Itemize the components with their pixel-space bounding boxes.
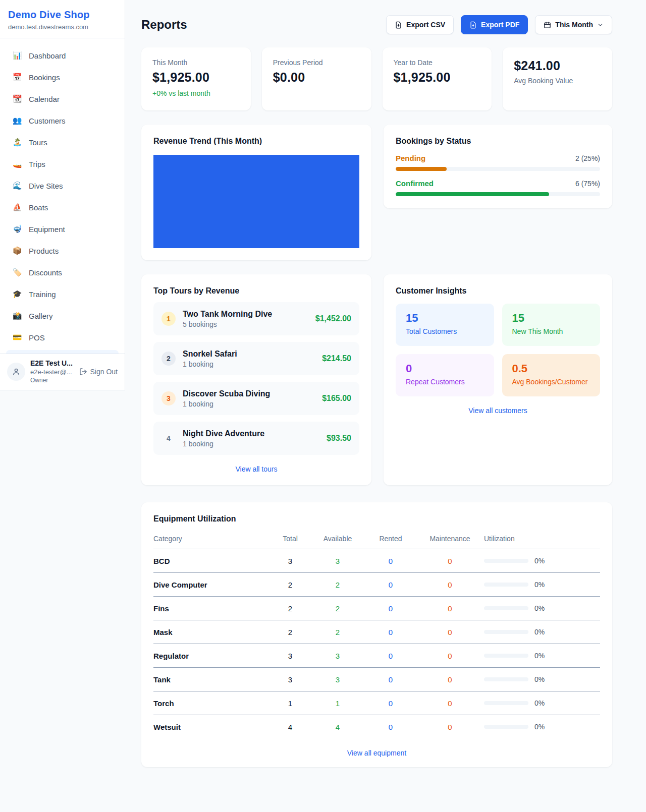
export-csv-button[interactable]: Export CSV	[386, 15, 454, 34]
table-row: Mask 2 2 0 0 0%	[153, 620, 600, 644]
cell-available: 1	[310, 691, 365, 715]
view-all-equipment-link[interactable]: View all equipment	[153, 749, 600, 757]
stat-value: $1,925.00	[152, 70, 240, 85]
sign-out-button[interactable]: Sign Out	[79, 368, 118, 376]
table-row: Wetsuit 4 4 0 0 0%	[153, 715, 600, 739]
cell-maintenance: 0	[416, 573, 484, 597]
page-header: Reports Export CSV Export PDF This Month	[141, 15, 612, 34]
file-download-icon	[395, 21, 402, 29]
insight-label: New This Month	[512, 327, 590, 335]
page-title: Reports	[141, 18, 187, 32]
equipment-table: Category Total Available Rented Maintena…	[153, 531, 600, 739]
insights-row: Top Tours by Revenue 1 Two Tank Morning …	[141, 274, 612, 485]
cell-category: Mask	[153, 620, 271, 644]
tag-icon: 🏷️	[12, 268, 22, 277]
sidebar-item-calendar[interactable]: 📆 Calendar	[6, 90, 119, 108]
tour-row: 2 Snorkel Safari 1 booking $214.50	[153, 342, 359, 375]
sailboat-icon: ⛵	[12, 203, 22, 212]
stat-value: $1,925.00	[394, 70, 481, 85]
utilization-text: 0%	[534, 581, 545, 589]
tour-name: Snorkel Safari	[183, 350, 237, 359]
sidebar-item-pos[interactable]: 💳 POS	[6, 328, 119, 346]
sidebar-item-label: Dive Sites	[29, 182, 63, 190]
sidebar-item-training[interactable]: 🎓 Training	[6, 285, 119, 303]
utilization-cell: 0%	[484, 628, 600, 636]
sidebar-item-equipment[interactable]: 🤿 Equipment	[6, 220, 119, 238]
sidebar-item-boats[interactable]: ⛵ Boats	[6, 198, 119, 216]
table-row: Tank 3 3 0 0 0%	[153, 668, 600, 691]
col-rented: Rented	[365, 531, 416, 549]
insight-value: 15	[406, 312, 484, 325]
dashboard-icon: 📊	[12, 51, 22, 60]
utilization-cell: 0%	[484, 557, 600, 565]
export-pdf-button[interactable]: Export PDF	[461, 15, 528, 34]
tour-name: Two Tank Morning Dive	[183, 310, 272, 319]
stat-card-this-month: This Month $1,925.00 +0% vs last month	[141, 47, 251, 110]
table-row: BCD 3 3 0 0 0%	[153, 549, 600, 573]
cell-total: 3	[271, 668, 310, 691]
status-label: Confirmed	[396, 179, 434, 188]
sidebar-item-reports-partial[interactable]	[6, 350, 119, 354]
cell-total: 4	[271, 715, 310, 739]
cell-category: Fins	[153, 597, 271, 620]
sidebar-item-customers[interactable]: 👥 Customers	[6, 111, 119, 130]
bookings-by-status-card: Bookings by Status Pending 2 (25%) Confi…	[384, 125, 612, 208]
shop-domain: demo.test.divestreams.com	[8, 23, 117, 31]
utilization-bar	[484, 701, 528, 705]
utilization-cell: 0%	[484, 604, 600, 612]
period-dropdown[interactable]: This Month	[535, 15, 612, 34]
cell-rented: 0	[365, 620, 416, 644]
table-row: Regulator 3 3 0 0 0%	[153, 644, 600, 668]
sidebar-item-dashboard[interactable]: 📊 Dashboard	[6, 46, 119, 65]
person-icon	[12, 367, 21, 376]
tour-row: 1 Two Tank Morning Dive 5 bookings $1,45…	[153, 302, 359, 335]
package-icon: 📦	[12, 246, 22, 255]
insight-label: Repeat Customers	[406, 378, 484, 386]
sidebar-item-tours[interactable]: 🏝️ Tours	[6, 133, 119, 151]
insight-value: 0	[406, 362, 484, 375]
status-bar-fill	[396, 167, 447, 171]
cell-maintenance: 0	[416, 691, 484, 715]
stat-label: Avg Booking Value	[514, 77, 601, 85]
col-total: Total	[271, 531, 310, 549]
tour-bookings: 1 booking	[183, 360, 237, 368]
sidebar-item-label: POS	[29, 333, 45, 342]
header-actions: Export CSV Export PDF This Month	[386, 15, 612, 34]
utilization-bar	[484, 725, 528, 729]
utilization-bar	[484, 583, 528, 587]
sidebar-item-dive-sites[interactable]: 🌊 Dive Sites	[6, 177, 119, 195]
cell-total: 2	[271, 573, 310, 597]
col-utilization: Utilization	[484, 531, 600, 549]
sidebar-nav: 📊 Dashboard 📅 Bookings 📆 Calendar 👥 Cust…	[0, 38, 125, 354]
status-label: Pending	[396, 154, 425, 162]
insight-label: Avg Bookings/Customer	[512, 378, 590, 386]
cell-rented: 0	[365, 549, 416, 573]
sidebar-item-gallery[interactable]: 📸 Gallery	[6, 307, 119, 325]
sidebar-item-label: Equipment	[29, 225, 65, 234]
stat-label: Previous Period	[273, 59, 360, 67]
stat-card-previous-period: Previous Period $0.00	[262, 47, 371, 110]
user-name: E2E Test U...	[30, 359, 73, 367]
tour-bookings: 1 booking	[183, 400, 270, 408]
tour-revenue: $93.50	[327, 434, 351, 443]
user-info: E2E Test U... e2e-tester@... Owner	[30, 359, 73, 384]
table-row: Fins 2 2 0 0 0%	[153, 597, 600, 620]
sidebar-item-label: Dashboard	[29, 51, 66, 60]
file-download-icon	[469, 21, 477, 29]
sidebar-item-products[interactable]: 📦 Products	[6, 242, 119, 260]
insight-value: 0.5	[512, 362, 590, 375]
sidebar-item-label: Bookings	[29, 73, 60, 82]
table-row: Dive Computer 2 2 0 0 0%	[153, 573, 600, 597]
wave-icon: 🌊	[12, 181, 22, 190]
rank-badge: 2	[162, 352, 176, 366]
tour-name: Discover Scuba Diving	[183, 389, 270, 398]
sidebar-item-discounts[interactable]: 🏷️ Discounts	[6, 263, 119, 281]
sidebar-item-bookings[interactable]: 📅 Bookings	[6, 68, 119, 86]
equipment-utilization-title: Equipment Utilization	[153, 514, 600, 524]
sidebar-item-trips[interactable]: 🚤 Trips	[6, 155, 119, 173]
view-all-customers-link[interactable]: View all customers	[396, 407, 600, 415]
sidebar-item-label: Calendar	[29, 95, 60, 103]
cell-available: 2	[310, 620, 365, 644]
rank-badge: 1	[162, 312, 176, 326]
view-all-tours-link[interactable]: View all tours	[153, 465, 359, 473]
